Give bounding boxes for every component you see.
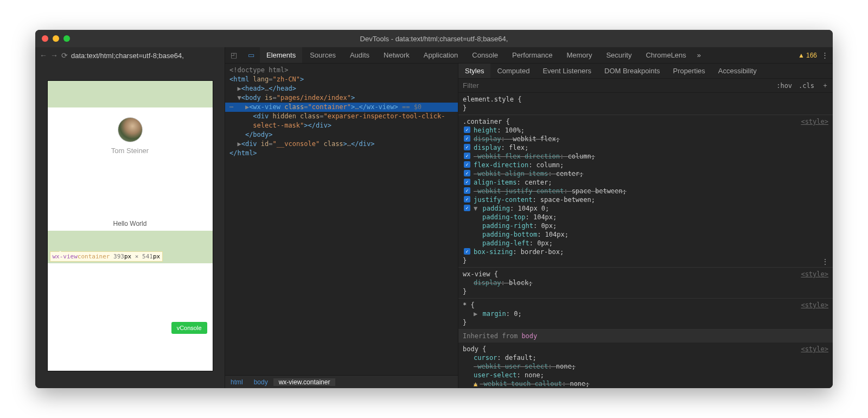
rule-source-link[interactable]: <style> xyxy=(801,301,828,309)
crumb[interactable]: body xyxy=(248,378,273,386)
property-checkbox[interactable] xyxy=(464,248,470,255)
property-checkbox[interactable] xyxy=(464,135,470,142)
style-property[interactable]: -webkit-flex-direction: column; xyxy=(463,152,828,161)
crumb[interactable]: wx-view.container xyxy=(273,378,336,386)
kebab-icon[interactable]: ⋮ xyxy=(821,51,828,59)
style-property[interactable]: -webkit-align-items: center; xyxy=(463,169,828,178)
tab-memory[interactable]: Memory xyxy=(560,47,598,63)
tooltip-h: 541 xyxy=(142,253,153,260)
content: ← → ⟳ data:text/html;charset=utf-8;base6… xyxy=(35,47,833,388)
tab-audits[interactable]: Audits xyxy=(343,47,376,63)
avatar xyxy=(118,117,143,142)
preview-area: Tom Steiner Hello World wx-viewcontainer… xyxy=(35,64,225,388)
style-rule: wx-view {<style>display: block;} xyxy=(458,268,833,299)
vconsole-button[interactable]: vConsole xyxy=(171,322,207,334)
tab-chromelens[interactable]: ChromeLens xyxy=(639,47,692,63)
styles-tabs: StylesComputedEvent ListenersDOM Breakpo… xyxy=(458,64,833,79)
property-checkbox[interactable] xyxy=(464,187,470,194)
style-property[interactable]: justify-content: space-between; xyxy=(463,195,828,204)
style-property[interactable]: cursor: default; xyxy=(463,353,828,362)
warning-badge[interactable]: ▲ 166 xyxy=(798,52,817,59)
hello-text: Hello World xyxy=(48,158,213,231)
main-pane: ◰ ▭ ElementsSourcesAuditsNetworkApplicat… xyxy=(225,47,833,388)
address-url[interactable]: data:text/html;charset=utf-8;base64, xyxy=(71,52,184,60)
tab-elements[interactable]: Elements xyxy=(260,47,302,63)
styles-tab-accessibility[interactable]: Accessibility xyxy=(712,64,763,78)
rule-source-link[interactable]: <style> xyxy=(801,270,828,278)
minimize-icon[interactable] xyxy=(53,35,59,42)
phone-user-area: Tom Steiner xyxy=(48,107,213,158)
styles-tab-computed[interactable]: Computed xyxy=(490,64,536,78)
address-bar: ← → ⟳ data:text/html;charset=utf-8;base6… xyxy=(35,47,225,64)
split: <!doctype html> <html lang="zh-CN"> ▶<he… xyxy=(225,64,833,388)
tab-sources[interactable]: Sources xyxy=(303,47,342,63)
styles-tab-properties[interactable]: Properties xyxy=(667,64,712,78)
add-rule-icon[interactable]: ＋ xyxy=(818,81,833,90)
tab-network[interactable]: Network xyxy=(377,47,416,63)
style-property[interactable]: display: flex; xyxy=(463,143,828,152)
crumb[interactable]: html xyxy=(225,378,248,386)
style-property[interactable]: padding-right: 0px; xyxy=(463,221,828,230)
inspect-icon[interactable]: ◰ xyxy=(225,51,242,59)
styles-rules[interactable]: element.style {}.container {<style>heigh… xyxy=(458,93,833,388)
style-property[interactable]: align-items: center; xyxy=(463,178,828,187)
back-icon[interactable]: ← xyxy=(40,51,47,60)
style-property[interactable]: height: 100%; xyxy=(463,126,828,135)
device-toggle-icon[interactable]: ▭ xyxy=(242,51,260,59)
styles-tab-dom-breakpoints[interactable]: DOM Breakpoints xyxy=(598,64,667,78)
tabs-more-icon[interactable]: » xyxy=(693,51,705,59)
style-property[interactable]: ▲-webkit-touch-callout: none; xyxy=(463,379,828,388)
style-property[interactable]: user-select: none; xyxy=(463,371,828,379)
property-checkbox[interactable] xyxy=(464,196,470,202)
style-rule: .container {<style>height: 100%;display:… xyxy=(458,115,833,268)
user-name: Tom Steiner xyxy=(48,147,213,155)
styles-tab-styles[interactable]: Styles xyxy=(458,64,490,78)
forward-icon[interactable]: → xyxy=(50,51,58,60)
property-checkbox[interactable] xyxy=(464,161,470,168)
tab-performance[interactable]: Performance xyxy=(506,47,559,63)
style-property[interactable]: -webkit-user-select: none; xyxy=(463,362,828,371)
tooltip-class: container xyxy=(78,253,110,260)
inherited-header: Inherited from body xyxy=(458,330,833,343)
style-property[interactable]: padding-bottom: 104px; xyxy=(463,230,828,239)
property-checkbox[interactable] xyxy=(464,179,470,185)
styles-filter-input[interactable] xyxy=(458,81,773,90)
styles-tab-event-listeners[interactable]: Event Listeners xyxy=(536,64,598,78)
dom-selected-line[interactable]: ⋯ ▶<wx-view class="container">…</wx-view… xyxy=(225,103,458,112)
style-property[interactable]: ▶ margin: 0; xyxy=(463,309,828,318)
property-checkbox[interactable] xyxy=(464,153,470,159)
rule-kebab-icon[interactable]: ⋮ xyxy=(822,257,828,266)
dom-tree[interactable]: <!doctype html> <html lang="zh-CN"> ▶<he… xyxy=(225,64,458,375)
rule-source-link[interactable]: <style> xyxy=(801,345,828,353)
style-property[interactable]: padding-top: 104px; xyxy=(463,213,828,221)
style-property[interactable]: -webkit-justify-content: space-between; xyxy=(463,187,828,195)
tab-application[interactable]: Application xyxy=(417,47,465,63)
style-property[interactable]: box-sizing: border-box; xyxy=(463,248,828,256)
property-checkbox[interactable] xyxy=(464,144,470,150)
style-property[interactable]: ▼ padding: 104px 0; xyxy=(463,204,828,213)
cls-toggle[interactable]: .cls xyxy=(795,82,818,90)
property-checkbox[interactable] xyxy=(464,205,470,211)
zoom-icon[interactable] xyxy=(63,35,70,42)
titlebar: DevTools - data:text/html;charset=utf-8;… xyxy=(35,30,833,47)
style-rule: body {<style>cursor: default;-webkit-use… xyxy=(458,343,833,388)
close-icon[interactable] xyxy=(42,35,48,42)
property-checkbox[interactable] xyxy=(464,126,470,133)
phone-statusbar xyxy=(48,81,213,107)
rule-source-link[interactable]: <style> xyxy=(801,117,828,126)
hov-toggle[interactable]: :hov xyxy=(773,82,795,90)
tab-security[interactable]: Security xyxy=(599,47,638,63)
tab-console[interactable]: Console xyxy=(465,47,505,63)
tooltip-w: 393 xyxy=(113,253,124,260)
phone-frame: Tom Steiner Hello World wx-viewcontainer… xyxy=(47,80,213,371)
style-rule: element.style {} xyxy=(458,93,833,115)
style-property[interactable]: flex-direction: column; xyxy=(463,161,828,169)
devtools-window: DevTools - data:text/html;charset=utf-8;… xyxy=(35,30,833,388)
property-checkbox[interactable] xyxy=(464,170,470,176)
reload-icon[interactable]: ⟳ xyxy=(61,51,68,60)
window-title: DevTools - data:text/html;charset=utf-8;… xyxy=(35,35,833,43)
style-property[interactable]: padding-left: 0px; xyxy=(463,239,828,248)
style-property[interactable]: display: -webkit-flex; xyxy=(463,135,828,143)
style-property[interactable]: display: block; xyxy=(463,278,828,287)
warning-icon: ▲ xyxy=(474,380,477,388)
